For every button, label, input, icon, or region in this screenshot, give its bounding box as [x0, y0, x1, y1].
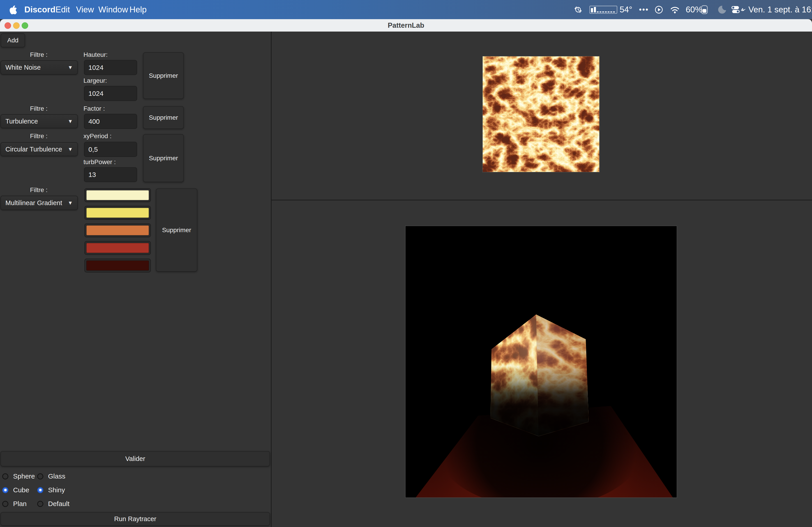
menu-edit[interactable]: Edit	[56, 0, 70, 19]
gradient-color-swatch-4[interactable]	[84, 241, 151, 255]
radio-circle[interactable]	[37, 487, 43, 493]
raytraced-cube-preview	[406, 226, 677, 497]
battery-icon[interactable]	[701, 5, 708, 14]
preview-divider-horizontal	[272, 200, 812, 200]
gradient-color-4	[86, 243, 149, 253]
gradient-color-5	[86, 260, 149, 270]
menu-window[interactable]: Window	[98, 0, 128, 19]
filter-type-select-3[interactable]: Circular Turbulence ▼	[0, 142, 78, 156]
gradient-color-swatch-1[interactable]	[84, 188, 151, 202]
histogram-widget-icon[interactable]	[589, 6, 617, 14]
filter-label-4: Filtre :	[30, 186, 47, 194]
menu-bar: Discord Edit View Window Help 54° •••	[0, 0, 812, 19]
filter-type-value-3: Circular Turbulence	[5, 146, 62, 153]
filter-type-value-4: Multilinear Gradient	[5, 199, 62, 207]
radio-circle[interactable]	[37, 473, 43, 479]
filter-type-select-1[interactable]: White Noise ▼	[0, 60, 78, 75]
radio-label: Glass	[48, 472, 66, 480]
window-title: PatternLab	[0, 19, 812, 32]
radio-label: Cube	[13, 486, 29, 494]
add-filter-button[interactable]: Add	[1, 33, 25, 47]
xyperiod-label: xyPeriod :	[84, 133, 112, 140]
window-title-bar: PatternLab	[0, 19, 812, 32]
control-center-icon[interactable]	[731, 6, 740, 13]
filter-type-value-2: Turbulence	[5, 118, 38, 125]
menu-help[interactable]: Help	[129, 0, 147, 19]
run-raytracer-button[interactable]: Run Raytracer	[0, 512, 270, 526]
chevron-down-icon: ▼	[68, 64, 73, 71]
screen: { "menu_bar": { "app_name": "Discord", "…	[0, 0, 812, 527]
noise-texture-preview	[483, 56, 599, 172]
app-content: Add Filtre : White Noise ▼ Hauteur: Larg…	[0, 32, 812, 527]
filter-label-1: Filtre :	[30, 51, 47, 58]
radio-circle[interactable]	[2, 501, 8, 507]
turbpower-input[interactable]	[84, 167, 137, 182]
battery-percent-status[interactable]: 60%	[686, 0, 702, 19]
factor-input[interactable]	[84, 114, 137, 129]
radio-circle[interactable]	[2, 473, 8, 479]
hauteur-input[interactable]	[84, 60, 137, 75]
radio-option-glass[interactable]: Glass	[37, 472, 66, 480]
radio-circle[interactable]	[2, 487, 8, 493]
radio-label: Plan	[13, 500, 27, 508]
turbpower-label: turbPower :	[84, 159, 116, 166]
delete-filter-button-2[interactable]: Supprimer	[143, 106, 184, 129]
factor-label: Factor :	[84, 105, 105, 112]
gradient-color-1	[86, 190, 149, 200]
filter-label-2: Filtre :	[30, 105, 47, 112]
chevron-down-icon: ▼	[68, 200, 73, 206]
radio-label: Sphere	[13, 472, 35, 480]
delete-filter-button-3[interactable]: Supprimer	[143, 134, 184, 182]
gradient-color-swatch-5[interactable]	[84, 258, 151, 272]
radio-option-shiny[interactable]: Shiny	[37, 486, 65, 494]
radio-option-plan[interactable]: Plan	[2, 500, 27, 508]
cursor-arrow-icon	[741, 7, 746, 12]
radio-option-sphere[interactable]: Sphere	[2, 472, 35, 480]
filter-label-3: Filtre :	[30, 133, 47, 140]
largeur-input[interactable]	[84, 86, 137, 101]
datetime-status[interactable]: Ven. 1 sept. à 16:25	[749, 0, 812, 19]
radio-option-default[interactable]: Default	[37, 500, 70, 508]
filter-type-select-2[interactable]: Turbulence ▼	[0, 114, 78, 128]
play-circle-icon[interactable]	[655, 6, 663, 14]
chevron-down-icon: ▼	[68, 118, 73, 124]
gradient-color-3	[86, 225, 149, 235]
validate-button[interactable]: Valider	[0, 451, 270, 466]
menu-view[interactable]: View	[76, 0, 94, 19]
panel-divider-vertical	[271, 32, 272, 527]
gradient-color-swatch-2[interactable]	[84, 206, 151, 220]
gradient-color-swatch-3[interactable]	[84, 223, 151, 237]
xyperiod-input[interactable]	[84, 142, 137, 157]
menu-app-name[interactable]: Discord	[24, 0, 56, 19]
time-machine-icon[interactable]	[574, 5, 582, 14]
radio-label: Default	[48, 500, 70, 508]
delete-filter-button-4[interactable]: Supprimer	[156, 189, 197, 272]
largeur-label: Largeur:	[84, 77, 107, 84]
temperature-status[interactable]: 54°	[620, 0, 632, 19]
apple-icon[interactable]	[9, 5, 17, 14]
gradient-color-2	[86, 208, 149, 218]
delete-filter-button-1[interactable]: Supprimer	[143, 52, 184, 99]
radio-circle[interactable]	[37, 501, 43, 507]
filter-type-value-1: White Noise	[5, 64, 41, 71]
chevron-down-icon: ▼	[68, 146, 73, 152]
moon-icon[interactable]	[718, 5, 726, 14]
radio-label: Shiny	[48, 486, 65, 494]
radio-option-cube[interactable]: Cube	[2, 486, 29, 494]
hauteur-label: Hauteur:	[84, 51, 107, 58]
overflow-dots-icon[interactable]: •••	[639, 0, 649, 19]
wifi-icon[interactable]	[670, 6, 679, 14]
filter-type-select-4[interactable]: Multilinear Gradient ▼	[0, 196, 78, 210]
